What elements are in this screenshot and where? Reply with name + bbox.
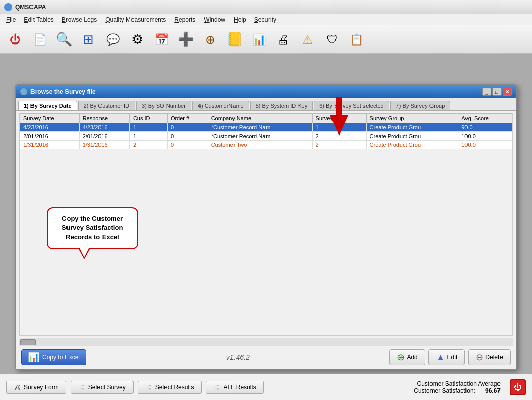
warning-button[interactable]: ⚠ bbox=[296, 28, 319, 51]
tab-by-survey-set[interactable]: 6) By Survey Set selected bbox=[314, 101, 389, 110]
version-label: v1.46.2 bbox=[226, 353, 250, 361]
table-row[interactable]: 4/23/2016 4/23/2016 1 0 *Customer Record… bbox=[20, 123, 512, 132]
select-survey-button[interactable]: 🖨 Select Survey bbox=[71, 381, 134, 394]
notes-button[interactable]: 📒 bbox=[223, 28, 246, 51]
cell-survey-group: Create Product Grou bbox=[366, 123, 458, 132]
survey-form-button[interactable]: 🖨 Survey Form bbox=[6, 381, 66, 394]
col-response: Response bbox=[79, 114, 129, 123]
cell-company-name: *Customer Record Nam bbox=[208, 132, 312, 141]
col-survey-group: Survey Group bbox=[366, 114, 458, 123]
dialog-title-bar: Browse the Survey file _ □ ✕ bbox=[16, 85, 516, 98]
grid-button[interactable]: ⊞ bbox=[77, 28, 99, 51]
toolbar: ⏻ 📄 🔍 ⊞ 💬 ⚙ 📅 ➕ ⊕ 📒 📊 🖨 ⚠ 🛡 📋 bbox=[0, 25, 532, 54]
edit-record-button[interactable]: ▲ Edit bbox=[428, 349, 466, 365]
printer-button[interactable]: 🖨 bbox=[272, 28, 294, 51]
survey-table: Survey Date Response Cus ID Order # Comp… bbox=[20, 113, 512, 149]
tooltip-bubble: Copy the Customer Survey Satisfaction Re… bbox=[47, 207, 138, 249]
add-icon: ⊕ bbox=[397, 352, 405, 363]
browse-button[interactable]: 🔍 bbox=[53, 28, 75, 51]
cell-avg-score: 100.0 bbox=[458, 132, 512, 141]
cell-cus-id: 2 bbox=[129, 141, 167, 149]
horizontal-scrollbar[interactable] bbox=[19, 338, 513, 346]
arrow-head bbox=[330, 115, 348, 136]
crosshair-button[interactable]: ⊕ bbox=[199, 28, 221, 51]
tab-by-so-number[interactable]: 3) By SO Number bbox=[136, 101, 191, 110]
print-icon-2: 🖨 bbox=[78, 383, 85, 391]
menu-file[interactable]: File bbox=[2, 15, 20, 24]
delete-record-button[interactable]: ⊖ Delete bbox=[468, 349, 511, 365]
cell-survey-group: Create Product Grou bbox=[366, 132, 458, 141]
copy-to-excel-button[interactable]: 📊 Copy to Excel bbox=[21, 349, 86, 365]
calendar-button[interactable]: 📅 bbox=[150, 28, 173, 51]
app-title: QMSCAPA bbox=[15, 4, 46, 11]
chat-button[interactable]: 💬 bbox=[102, 28, 124, 51]
menu-bar: File Edit Tables Browse Logs Quality Mea… bbox=[0, 14, 532, 25]
cell-survey-group: Create Product Grou bbox=[366, 141, 458, 149]
col-order-num: Order # bbox=[167, 114, 208, 123]
tabs-bar: 1) By Survey Date 2) By Customer ID 3) B… bbox=[16, 98, 516, 111]
customer-avg-row: Customer Satisfaction: 96.67 bbox=[414, 387, 501, 394]
chart-button[interactable]: 📊 bbox=[248, 28, 270, 51]
power-button[interactable]: ⏻ bbox=[4, 28, 26, 51]
customer-satisfaction-panel: Customer Satisfaction Average Customer S… bbox=[414, 380, 501, 394]
table-row[interactable]: 2/01/2016 2/01/2016 1 0 *Customer Record… bbox=[20, 132, 512, 141]
tab-by-customer-name[interactable]: 4) CustomerName bbox=[192, 101, 249, 110]
cell-order-num: 0 bbox=[167, 132, 208, 141]
status-power-button[interactable]: ⏻ bbox=[510, 379, 526, 395]
document-button[interactable]: 📄 bbox=[28, 28, 51, 51]
menu-help[interactable]: Help bbox=[229, 15, 250, 24]
tab-by-survey-date[interactable]: 1) By Survey Date bbox=[18, 101, 77, 110]
excel-icon: 📊 bbox=[28, 352, 39, 363]
status-bar: 🖨 Survey Form 🖨 Select Survey 🖨 Select R… bbox=[0, 374, 532, 400]
col-cus-id: Cus ID bbox=[129, 114, 167, 123]
menu-quality[interactable]: Quality Measurements bbox=[101, 15, 170, 24]
menu-security[interactable]: Security bbox=[250, 15, 280, 24]
all-results-label: ALL Results bbox=[223, 384, 256, 391]
customer-avg-value: 96.67 bbox=[485, 387, 501, 394]
print-icon: 🖨 bbox=[14, 383, 21, 391]
col-survey-date: Survey Date bbox=[20, 114, 80, 123]
main-area: Browse the Survey file _ □ ✕ 1) By Surve… bbox=[0, 54, 532, 400]
scroll-thumb[interactable] bbox=[20, 339, 36, 345]
select-results-button[interactable]: 🖨 Select Results bbox=[138, 381, 202, 394]
cell-survey-date: 4/23/2016 bbox=[20, 123, 80, 132]
cell-response: 1/31/2016 bbox=[79, 141, 129, 149]
table-row[interactable]: 1/31/2016 1/31/2016 2 0 Customer Two 2 C… bbox=[20, 141, 512, 149]
maximize-button[interactable]: □ bbox=[492, 88, 502, 96]
col-avg-score: Avg. Score bbox=[458, 114, 512, 123]
minimize-button[interactable]: _ bbox=[482, 88, 491, 96]
app-icon bbox=[4, 3, 12, 11]
add-record-button[interactable]: ⊕ Add bbox=[389, 349, 425, 365]
tab-by-survey-group[interactable]: 7) By Survey Group bbox=[390, 101, 451, 110]
cell-survey-date: 2/01/2016 bbox=[20, 132, 80, 141]
print-icon-4: 🖨 bbox=[213, 383, 220, 391]
close-button[interactable]: ✕ bbox=[503, 88, 512, 96]
dialog-icon bbox=[20, 88, 27, 95]
menu-edit-tables[interactable]: Edit Tables bbox=[20, 15, 58, 24]
gear-button[interactable]: ⚙ bbox=[126, 28, 148, 51]
all-results-button[interactable]: 🖨 ALL Results bbox=[206, 381, 263, 394]
cell-response: 2/01/2016 bbox=[79, 132, 129, 141]
add-button[interactable]: ➕ bbox=[175, 28, 197, 51]
list-button[interactable]: 📋 bbox=[345, 28, 368, 51]
dialog-content: 1) By Survey Date 2) By Customer ID 3) B… bbox=[16, 98, 516, 369]
print-icon-3: 🖨 bbox=[145, 383, 152, 391]
cell-company-name: *Customer Record Nam bbox=[208, 123, 312, 132]
action-buttons: ⊕ Add ▲ Edit ⊖ Delete bbox=[389, 349, 511, 365]
cell-response: 4/23/2016 bbox=[79, 123, 129, 132]
menu-reports[interactable]: Reports bbox=[170, 15, 200, 24]
cell-survey-set: 2 bbox=[312, 141, 366, 149]
cell-avg-score: 90.0 bbox=[458, 123, 512, 132]
dialog-controls: _ □ ✕ bbox=[482, 88, 512, 96]
dialog-window: Browse the Survey file _ □ ✕ 1) By Surve… bbox=[15, 84, 517, 370]
cell-company-name: Customer Two bbox=[208, 141, 312, 149]
menu-window[interactable]: Window bbox=[200, 15, 229, 24]
survey-form-label: Survey Form bbox=[24, 384, 59, 391]
shield-button[interactable]: 🛡 bbox=[321, 28, 343, 51]
tab-by-system-id-key[interactable]: 5) By System ID Key bbox=[250, 101, 313, 110]
tab-by-customer-id[interactable]: 2) By Customer ID bbox=[78, 101, 135, 110]
cell-order-num: 0 bbox=[167, 123, 208, 132]
cell-survey-date: 1/31/2016 bbox=[20, 141, 80, 149]
menu-browse-logs[interactable]: Browse Logs bbox=[58, 15, 101, 24]
cell-cus-id: 1 bbox=[129, 123, 167, 132]
